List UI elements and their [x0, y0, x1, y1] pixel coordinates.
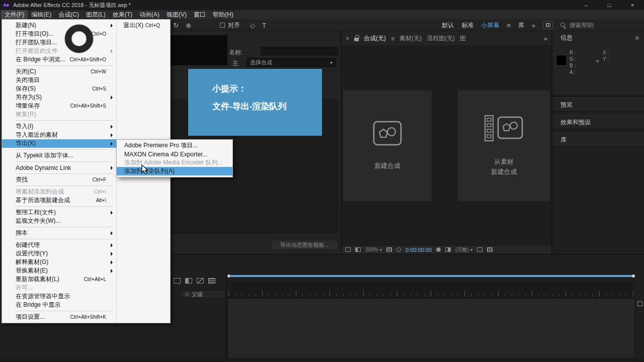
- file-menu-item[interactable]: 关闭(C) Ctrl+W: [2, 67, 116, 76]
- tab-partial[interactable]: 图: [460, 34, 466, 43]
- close-panel-icon[interactable]: ×: [346, 35, 349, 42]
- name-input[interactable]: [261, 47, 338, 55]
- file-menu-item[interactable]: 基于所选项新建合成 Alt+\: [2, 196, 116, 205]
- file-menu-item[interactable]: 退出(X) Ctrl+Q: [117, 21, 170, 30]
- lock-icon[interactable]: [354, 38, 359, 41]
- new-composition-card[interactable]: 新建合成: [343, 90, 432, 201]
- snapshot-icon[interactable]: [436, 247, 441, 252]
- show-snapshot-icon[interactable]: [445, 247, 451, 252]
- camera-orbit-tool-icon[interactable]: ⊕: [186, 22, 191, 29]
- file-menu-item[interactable]: 打开项目(O)... Ctrl+O: [2, 30, 116, 38]
- file-menu-item[interactable]: 解释素材(G): [2, 258, 116, 266]
- workspace-grid-button[interactable]: [543, 21, 553, 29]
- export-submenu-item[interactable]: MAXON Cinema 4D Exporter...: [117, 150, 232, 158]
- file-menu-item[interactable]: 许可...: [2, 284, 116, 292]
- current-time-display[interactable]: 0:00:00:00: [406, 247, 432, 253]
- snap-checkbox[interactable]: [220, 23, 225, 28]
- rotate-tool-icon[interactable]: ↻: [173, 22, 179, 29]
- file-menu-item[interactable]: 从 Typekit 添加字体...: [2, 151, 116, 160]
- tab-footage[interactable]: 素材(无): [399, 34, 422, 43]
- shy-icon[interactable]: [174, 278, 181, 284]
- file-menu-item[interactable]: 创建代理: [2, 241, 116, 249]
- tab-flowchart[interactable]: 流程图(无): [427, 34, 455, 43]
- panel-menu-icon[interactable]: ≡: [391, 35, 394, 42]
- screen-mode-icon[interactable]: [355, 247, 361, 252]
- workspace-tab[interactable]: 默认: [442, 21, 454, 30]
- file-menu-item[interactable]: 关闭项目: [2, 76, 116, 84]
- master-comp-select[interactable]: 选择合成 ▾: [247, 58, 336, 67]
- time-ruler[interactable]: [227, 282, 635, 298]
- workspace-tab-library[interactable]: 库: [518, 21, 524, 30]
- file-menu-item[interactable]: 在资源管理器中显示: [2, 292, 116, 301]
- grid-guides-icon[interactable]: [386, 247, 392, 252]
- help-search[interactable]: 搜索帮助: [560, 21, 640, 30]
- preview-quality-icon[interactable]: [345, 247, 351, 252]
- type-tool-icon[interactable]: T: [262, 22, 266, 29]
- panel-menu-icon[interactable]: ≡: [635, 34, 639, 42]
- tab-composition[interactable]: 合成(无): [364, 34, 386, 43]
- file-menu-item[interactable]: 查找 Ctrl+F: [2, 175, 116, 184]
- file-menu-item[interactable]: Adobe Dynamic Link: [2, 163, 116, 172]
- close-button[interactable]: ×: [621, 0, 644, 10]
- workspace-overflow-icon[interactable]: »: [532, 22, 535, 29]
- menu-bar-item[interactable]: 文件(F): [1, 10, 28, 19]
- time-navigator[interactable]: [227, 275, 635, 278]
- file-menu-item[interactable]: 导入(I): [2, 122, 116, 131]
- new-composition-from-footage-card[interactable]: 从素材 新建合成: [458, 90, 550, 201]
- file-menu-item[interactable]: 另存为(S): [2, 93, 116, 102]
- workspace-tab[interactable]: 标准: [461, 21, 473, 30]
- file-menu-item[interactable]: 项目设置... Ctrl+Alt+Shift+K: [2, 313, 116, 321]
- frame-blend-icon[interactable]: [185, 278, 192, 284]
- minimize-button[interactable]: –: [575, 0, 598, 10]
- file-menu-item[interactable]: 替换素材(E): [2, 266, 116, 275]
- file-menu-item[interactable]: 监视文件夹(W)...: [2, 217, 116, 225]
- menu-bar-item[interactable]: 编辑(E): [28, 10, 55, 19]
- time-navigator-bar[interactable]: [229, 275, 633, 277]
- export-motion-template-button[interactable]: 导出动态图形模板...: [271, 240, 338, 250]
- transparency-grid-icon[interactable]: [487, 247, 493, 252]
- file-menu-item[interactable]: 增量保存 Ctrl+Alt+Shift+S: [2, 102, 116, 110]
- file-menu-item[interactable]: 整理工程(文件): [2, 208, 116, 217]
- file-menu-item[interactable]: 新建(N): [2, 21, 116, 30]
- menu-bar-item[interactable]: 效果(T): [109, 10, 136, 19]
- parent-column-header[interactable]: 父级: [181, 290, 225, 298]
- export-submenu-item[interactable]: Adobe Premiere Pro 项目...: [117, 141, 232, 150]
- menu-bar-item[interactable]: 窗口: [190, 10, 209, 19]
- file-menu-item[interactable]: 在 Bridge 中浏览... Ctrl+Alt+Shift+O: [2, 55, 116, 64]
- menu-bar-item[interactable]: 图层(L): [83, 10, 109, 19]
- menu-bar-item[interactable]: 合成(C): [55, 10, 83, 19]
- file-menu-item[interactable]: 在 Bridge 中显示: [2, 301, 116, 309]
- motion-blur-icon[interactable]: [197, 278, 204, 284]
- resolution-dropdown[interactable]: (完整) ▾: [455, 246, 472, 253]
- file-menu-item[interactable]: 打开最近的文件: [2, 47, 116, 55]
- zoom-fit-icon[interactable]: [637, 301, 642, 306]
- maximize-button[interactable]: □: [598, 0, 621, 10]
- file-menu-item[interactable]: 恢复(R): [2, 110, 116, 119]
- shape-tool-icon[interactable]: ◇: [250, 22, 255, 29]
- file-menu-item[interactable]: 设置代理(Y): [2, 249, 116, 258]
- file-menu-item[interactable]: 脚本: [2, 229, 116, 237]
- export-submenu-item[interactable]: 添加到 Adobe Media Encoder 队列...: [117, 158, 232, 167]
- more-tabs-icon[interactable]: »: [544, 35, 547, 42]
- file-menu-item[interactable]: 导出(X): [2, 139, 116, 148]
- graph-editor-icon[interactable]: [208, 278, 215, 284]
- collapsed-panel-header[interactable]: 预览: [552, 98, 644, 112]
- file-menu-item[interactable]: 将素材添加到合成 Ctrl+/: [2, 188, 116, 196]
- export-submenu-item[interactable]: 添加到渲染队列(A): [117, 167, 232, 175]
- menu-bar-item[interactable]: 帮助(H): [209, 10, 237, 19]
- file-menu-item[interactable]: 保存(S) Ctrl+S: [2, 84, 116, 93]
- info-panel-header[interactable]: 信息 ≡: [552, 31, 644, 44]
- region-of-interest-icon[interactable]: [477, 247, 482, 252]
- menu-bar-item[interactable]: 动画(A): [136, 10, 163, 19]
- file-menu-item[interactable]: 导入最近的素材: [2, 131, 116, 139]
- horizontal-scrollbar[interactable]: [0, 358, 644, 362]
- mask-visibility-icon[interactable]: [396, 247, 401, 252]
- file-menu-item[interactable]: 打开团队项目...: [2, 38, 116, 47]
- collapsed-panel-header[interactable]: 库: [552, 133, 644, 147]
- file-menu-item[interactable]: 重新加载素材(L) Ctrl+Alt+L: [2, 275, 116, 284]
- layer-lane[interactable]: [227, 298, 635, 358]
- workspace-tab[interactable]: 小屏幕: [481, 21, 499, 30]
- menu-bar-item[interactable]: 视图(V): [163, 10, 190, 19]
- magnification-dropdown[interactable]: 200% ▾: [365, 247, 382, 252]
- collapsed-panel-header[interactable]: 效果和预设: [552, 115, 644, 129]
